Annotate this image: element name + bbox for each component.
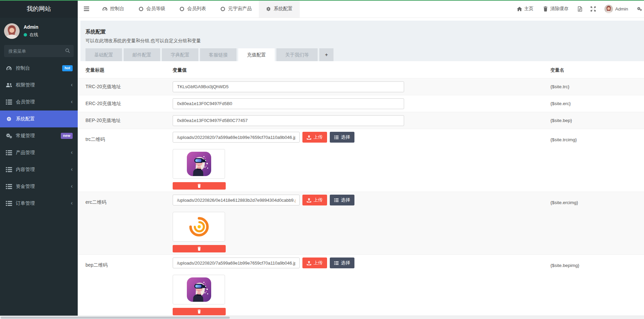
bep-qrcode-upload-button[interactable]: 上传 — [302, 257, 327, 268]
row-title: BEP-20充值地址 — [85, 118, 173, 124]
list-icon — [334, 261, 339, 265]
config-tabs: 基础配置邮件配置字典配置客服链接充值配置关于我们等+ — [85, 48, 644, 61]
users-icon — [6, 82, 12, 88]
hamburger-icon — [84, 6, 89, 11]
erc-qrcode-input[interactable] — [173, 195, 300, 205]
erc-qrcode-choose-button[interactable]: 选择 — [330, 195, 354, 205]
erc-qrcode-upload-button[interactable]: 上传 — [302, 195, 327, 205]
docs-icon — [577, 6, 583, 11]
scrollbar-thumb[interactable] — [1, 317, 230, 319]
sidebar-item-finance[interactable]: 资金管理‹ — [0, 178, 78, 195]
sidebar-item-dashboard[interactable]: 控制台hot — [0, 60, 78, 77]
col-header-title: 变量标题 — [85, 67, 173, 73]
topnav-tab-label: 控制台 — [110, 6, 124, 12]
bep-qrcode-preview[interactable] — [173, 275, 225, 304]
sidebar-toggle-button[interactable] — [78, 0, 95, 18]
topnav-tab-label: 会员等级 — [146, 6, 165, 12]
row-title: trc二维码 — [85, 132, 173, 190]
app-window: 我的网站 Admin 在线 控制台hot权限管理‹会员管理‹系统配置常规管理ne… — [0, 0, 644, 319]
config-tab-service-link[interactable]: 客服链接 — [200, 48, 237, 61]
bep-address-input[interactable] — [173, 115, 404, 126]
fullscreen-button[interactable] — [587, 0, 600, 18]
trc-qrcode-upload-button[interactable]: 上传 — [302, 132, 327, 143]
config-tab-email[interactable]: 邮件配置 — [124, 48, 160, 61]
sidebar-item-product[interactable]: 产品管理‹ — [0, 144, 78, 161]
user-name: Admin — [24, 24, 39, 30]
sidebar-search — [4, 45, 74, 57]
trc-qrcode-input[interactable] — [173, 132, 300, 143]
chevron-left-icon: ‹ — [71, 167, 73, 173]
col-header-value: 变量值 — [173, 67, 550, 73]
sidebar-item-content[interactable]: 内容管理‹ — [0, 161, 78, 178]
topnav-tab-label: 会员列表 — [187, 6, 206, 12]
sidebar-item-order[interactable]: 订单管理‹ — [0, 195, 78, 212]
table-row-bep-qrcode: bep二维码上传选择{$site.bepimg} — [78, 255, 644, 318]
bep-qrcode-choose-button[interactable]: 选择 — [330, 257, 354, 268]
list-icon — [6, 184, 12, 189]
topnav-tab-dashboard[interactable]: 控制台 — [95, 0, 131, 18]
table-rows: TRC-20充值地址{$site.trc}ERC-20充值地址{$site.er… — [78, 78, 644, 318]
dashboard-badge: hot — [62, 65, 73, 71]
erc-address-input[interactable] — [173, 98, 404, 109]
sidebar-item-label: 会员管理 — [16, 99, 71, 105]
sidebar-item-system-config[interactable]: 系统配置 — [0, 111, 78, 127]
chevron-left-icon: ‹ — [71, 99, 73, 105]
online-label: 在线 — [29, 32, 38, 38]
docs-button[interactable] — [573, 0, 587, 18]
table-row-trc-address: TRC-20充值地址{$site.trc} — [78, 78, 644, 95]
row-title: erc二维码 — [85, 195, 173, 252]
trc-qrcode-delete-button[interactable] — [173, 182, 226, 190]
circle-icon — [220, 6, 225, 11]
menu-search-input[interactable] — [4, 45, 74, 57]
sidebar-item-label: 权限管理 — [16, 82, 71, 88]
topnav-tab-member-list[interactable]: 会员列表 — [172, 0, 213, 18]
brand-title[interactable]: 我的网站 — [0, 0, 78, 18]
row-title: TRC-20充值地址 — [85, 84, 173, 90]
trc-qrcode-preview[interactable] — [173, 149, 225, 179]
add-tab-button[interactable]: + — [319, 48, 333, 61]
erc-qrcode-delete-button[interactable] — [173, 245, 226, 252]
bep-qrcode-input[interactable] — [173, 257, 300, 268]
config-table: 变量标题 变量值 变量名 TRC-20充值地址{$site.trc}ERC-20… — [78, 61, 644, 318]
online-dot — [24, 33, 27, 36]
circle-icon — [179, 6, 184, 11]
dashboard-icon — [102, 6, 107, 11]
config-tab-dictionary[interactable]: 字典配置 — [162, 48, 198, 61]
sidebar-item-label: 系统配置 — [16, 116, 73, 122]
navbar-user-menu[interactable]: Admin — [600, 0, 633, 18]
topnav-tab-system-config[interactable]: 系统配置 — [259, 0, 300, 18]
topnav-tab-metaverse-product[interactable]: 元宇宙产品 — [213, 0, 259, 18]
settings-menu-button[interactable] — [633, 0, 644, 18]
horizontal-scrollbar[interactable] — [0, 316, 644, 319]
sidebar-item-auth[interactable]: 权限管理‹ — [0, 77, 78, 94]
config-tab-recharge[interactable]: 充值配置 — [238, 48, 275, 61]
sidebar-item-member[interactable]: 会员管理‹ — [0, 94, 78, 111]
topnav-tab-member-level[interactable]: 会员等级 — [131, 0, 172, 18]
bep-qrcode-delete-button[interactable] — [173, 308, 226, 315]
list-icon — [6, 150, 12, 155]
config-tab-basic[interactable]: 基础配置 — [85, 48, 122, 61]
trc-address-input[interactable] — [173, 81, 404, 92]
sidebar-item-general[interactable]: 常规管理new — [0, 127, 78, 144]
row-var-name: {$site.bepimg} — [550, 257, 644, 315]
clear-cache-button[interactable]: 清除缓存 — [538, 0, 573, 18]
trc-qrcode-choose-button[interactable]: 选择 — [330, 132, 354, 143]
sidebar: 我的网站 Admin 在线 控制台hot权限管理‹会员管理‹系统配置常规管理ne… — [0, 0, 78, 319]
row-var-name: {$site.trcimg} — [550, 132, 644, 190]
user-panel: Admin 在线 — [0, 18, 78, 42]
sidebar-item-label: 资金管理 — [16, 183, 71, 190]
col-header-var: 变量名 — [550, 67, 644, 73]
search-icon[interactable] — [65, 48, 70, 53]
erc-qrcode-preview[interactable] — [173, 212, 225, 242]
upload-icon — [307, 261, 311, 265]
upload-icon — [307, 198, 311, 202]
home-link[interactable]: 主页 — [512, 0, 538, 18]
config-tab-about[interactable]: 关于我们等 — [276, 48, 318, 61]
topnav-tabs: 控制台会员等级会员列表元宇宙产品系统配置 — [95, 0, 300, 18]
circle-icon — [139, 6, 144, 11]
dashboard-icon — [6, 66, 12, 71]
chevron-left-icon: ‹ — [71, 200, 73, 206]
gear-icon — [6, 116, 12, 122]
table-row-erc-address: ERC-20充值地址{$site.erc} — [78, 95, 644, 112]
trash-icon — [197, 247, 201, 251]
